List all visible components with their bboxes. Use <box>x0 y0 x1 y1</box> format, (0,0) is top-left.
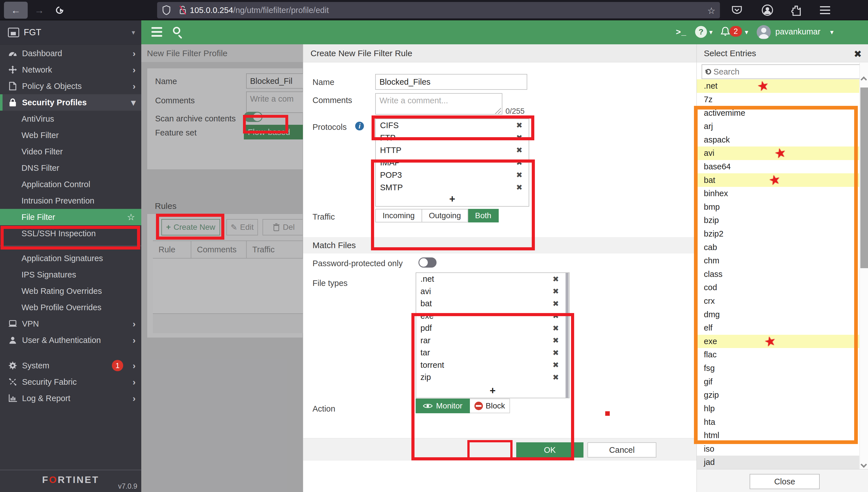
entry-row-arj[interactable]: arj <box>697 120 859 133</box>
entry-row-binhex[interactable]: binhex <box>697 187 859 200</box>
entry-row-elf[interactable]: elf <box>697 321 859 335</box>
sidebar-item-security-fabric[interactable]: Security Fabric › <box>0 374 141 390</box>
cli-console-icon[interactable]: >_ <box>676 27 687 37</box>
entry-row-activemime[interactable]: activemime <box>697 106 859 120</box>
sidebar-item-user-authentication[interactable]: User & Authentication › <box>0 332 141 348</box>
sidebar-item-ssl-ssh-inspection[interactable]: SSL/SSH Inspection <box>0 225 141 242</box>
remove-icon[interactable]: ✖ <box>516 183 522 192</box>
global-search-icon[interactable] <box>173 27 180 34</box>
remove-icon[interactable]: ✖ <box>516 133 522 142</box>
sidebar-item-file-filter[interactable]: File Filter ☆ <box>0 209 141 225</box>
remove-icon[interactable]: ✖ <box>553 336 559 345</box>
sidebar-item-dns-filter[interactable]: DNS Filter <box>0 160 141 176</box>
account-icon[interactable] <box>760 3 774 17</box>
file-types-scrollbar[interactable] <box>565 273 569 398</box>
bookmark-star-icon[interactable]: ☆ <box>707 5 715 16</box>
entry-row-class[interactable]: class <box>697 268 859 281</box>
insecure-lock-icon[interactable] <box>179 5 187 15</box>
browser-menu-icon[interactable] <box>818 3 832 17</box>
entries-scrollbar[interactable] <box>860 63 868 486</box>
entry-row-html[interactable]: html <box>697 429 859 442</box>
nav-collapse-icon[interactable] <box>151 27 162 37</box>
traffic-incoming[interactable]: Incoming <box>375 209 422 222</box>
extensions-icon[interactable] <box>790 3 803 17</box>
sidebar-item-security-profiles[interactable]: Security Profiles ▾ <box>0 94 141 110</box>
sidebar-item-antivirus[interactable]: AntiVirus <box>0 110 141 127</box>
remove-icon[interactable]: ✖ <box>553 348 559 358</box>
scroll-down-icon[interactable] <box>861 462 867 468</box>
entry-row-hlp[interactable]: hlp <box>697 402 859 416</box>
cancel-button[interactable]: Cancel <box>587 442 656 458</box>
entry-row-flac[interactable]: flac <box>697 348 859 362</box>
entry-row-aspack[interactable]: aspack <box>697 133 859 147</box>
sidebar-item-video-filter[interactable]: Video Filter <box>0 143 141 160</box>
action-block-button[interactable]: Block <box>470 399 510 413</box>
remove-icon[interactable]: ✖ <box>553 324 559 333</box>
remove-icon[interactable]: ✖ <box>553 311 559 320</box>
entry-row-dmg[interactable]: dmg <box>697 308 859 321</box>
remove-icon[interactable]: ✖ <box>553 299 559 308</box>
entry-row-bat[interactable]: bat ★ <box>697 173 859 187</box>
username-menu[interactable]: pavankumar <box>775 27 821 36</box>
vdom-selector[interactable]: FGT ▾ <box>0 20 141 45</box>
sidebar-item-application-control[interactable]: Application Control <box>0 176 141 193</box>
remove-icon[interactable]: ✖ <box>516 158 522 167</box>
entry-row-7z[interactable]: 7z <box>697 93 859 106</box>
scroll-up-icon[interactable] <box>861 76 867 83</box>
remove-icon[interactable]: ✖ <box>553 361 559 369</box>
add-file-type-icon[interactable]: + <box>416 385 569 397</box>
add-protocol-icon[interactable]: + <box>376 193 529 205</box>
entry-row-iso[interactable]: iso <box>697 442 859 456</box>
entry-row-bzip[interactable]: bzip <box>697 214 859 227</box>
entry-row-gif[interactable]: gif <box>697 375 859 388</box>
remove-icon[interactable]: ✖ <box>553 373 559 382</box>
action-monitor-button[interactable]: Monitor <box>416 399 470 413</box>
sidebar-item-dashboard[interactable]: Dashboard › <box>0 45 141 62</box>
remove-icon[interactable]: ✖ <box>516 146 522 155</box>
entry-row-exe[interactable]: exe ★ <box>697 335 859 348</box>
sidebar-item-system[interactable]: System 1 › <box>0 358 141 374</box>
pocket-icon[interactable] <box>730 3 744 17</box>
entry-row-gzip[interactable]: gzip <box>697 388 859 402</box>
entry-row-avi[interactable]: avi ★ <box>697 147 859 160</box>
sidebar-item-network[interactable]: Network › <box>0 62 141 78</box>
search-input[interactable] <box>713 67 849 76</box>
sidebar-item-web-filter[interactable]: Web Filter <box>0 127 141 143</box>
sidebar-item-application-signatures[interactable]: Application Signatures <box>0 250 141 267</box>
entry-row-cod[interactable]: cod <box>697 281 859 294</box>
url-bar[interactable]: 105.0.0.254/ng/utm/filefilter/profile/ed… <box>157 2 720 18</box>
comments-input[interactable]: Write a comment... <box>375 93 502 115</box>
entry-row-bzip2[interactable]: bzip2 <box>697 227 859 241</box>
back-button[interactable]: ← <box>4 2 28 19</box>
name-input[interactable] <box>375 74 527 90</box>
help-icon[interactable]: ? <box>695 26 707 38</box>
forward-button[interactable]: → <box>31 2 47 19</box>
reload-button[interactable] <box>51 2 68 19</box>
avatar[interactable] <box>757 25 771 39</box>
notification-bell-icon[interactable] <box>721 27 730 37</box>
remove-icon[interactable]: ✖ <box>553 287 559 296</box>
traffic-both[interactable]: Both <box>468 209 499 222</box>
entry-row-cab[interactable]: cab <box>697 241 859 254</box>
remove-icon[interactable]: ✖ <box>553 275 559 284</box>
entry-row-hta[interactable]: hta <box>697 415 859 429</box>
entry-row--net[interactable]: .net ★ <box>697 79 859 93</box>
shield-icon[interactable] <box>162 5 171 15</box>
remove-icon[interactable]: ✖ <box>516 121 522 130</box>
entry-row-fsg[interactable]: fsg <box>697 362 859 375</box>
traffic-outgoing[interactable]: Outgoing <box>422 209 468 222</box>
panel-close-icon[interactable]: ✖ <box>854 48 862 59</box>
entry-row-jad[interactable]: jad <box>697 456 859 469</box>
entry-row-chm[interactable]: chm <box>697 254 859 268</box>
entry-row-crx[interactable]: crx <box>697 294 859 308</box>
entry-row-bmp[interactable]: bmp <box>697 200 859 214</box>
close-button[interactable]: Close <box>750 474 820 489</box>
sidebar-item-web-profile-overrides[interactable]: Web Profile Overrides <box>0 299 141 316</box>
sidebar-item-ips-signatures[interactable]: IPS Signatures <box>0 267 141 283</box>
scrollbar-thumb[interactable] <box>860 88 868 268</box>
sidebar-item-policy-objects[interactable]: Policy & Objects › <box>0 78 141 94</box>
password-protected-toggle[interactable] <box>419 257 437 268</box>
ok-button[interactable]: OK <box>516 442 584 458</box>
sidebar-item-vpn[interactable]: VPN › <box>0 316 141 332</box>
favorite-star-icon[interactable]: ☆ <box>127 212 135 222</box>
